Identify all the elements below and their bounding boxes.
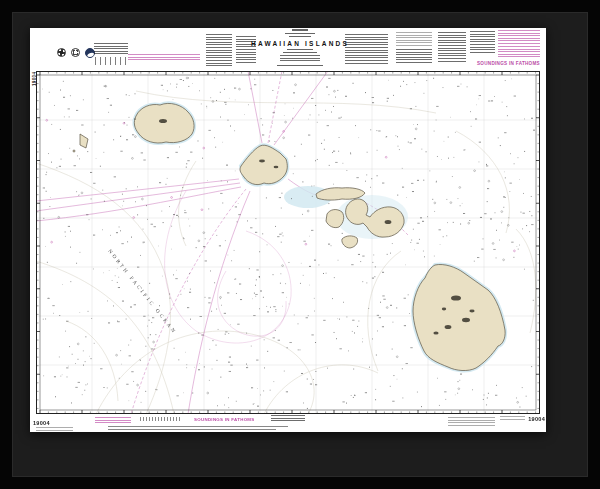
islands-layer xyxy=(73,103,505,370)
scale-bracket-note xyxy=(140,417,180,421)
credit-lines-left xyxy=(36,427,73,431)
title-footer-line xyxy=(277,65,323,66)
notes-block-mid-top xyxy=(396,32,432,46)
edition-notes-block xyxy=(94,43,128,54)
notes-column-a xyxy=(206,34,232,66)
picture-frame: HAWAIIAN ISLANDS SOUNDINGS IN FATHOMS 19… xyxy=(0,0,600,489)
chart-number-bottom-right: 19004 xyxy=(528,416,545,422)
island-kauai xyxy=(134,103,194,143)
scale-line xyxy=(283,52,317,53)
fine-print-line-1 xyxy=(108,426,288,427)
island-lanai xyxy=(326,210,344,228)
island-kahoolawe xyxy=(342,236,358,248)
title-block-topmark xyxy=(292,29,308,31)
notes-column-right-b xyxy=(470,31,495,54)
island-hawaii xyxy=(413,264,505,370)
projection-line xyxy=(287,49,313,50)
magenta-notes-top xyxy=(498,30,540,44)
magenta-notes-bottom xyxy=(498,46,540,59)
fine-print-line-2 xyxy=(108,429,276,430)
chart-bottom-margin: 19004 SOUNDINGS IN FATHOMS 19004 xyxy=(30,414,546,432)
title-block-line2 xyxy=(289,36,311,37)
compass-seal-icon xyxy=(57,48,66,57)
department-seal-icon xyxy=(71,48,80,57)
magenta-caution-strip xyxy=(128,54,200,62)
soundings-note-bottom: SOUNDINGS IN FATHOMS xyxy=(194,417,255,422)
magenta-note-bottom-left xyxy=(95,417,131,424)
chart-paper: HAWAIIAN ISLANDS SOUNDINGS IN FATHOMS 19… xyxy=(30,28,546,432)
island-kaula xyxy=(73,150,75,152)
abbreviation-tables-block xyxy=(345,34,388,64)
publisher-note xyxy=(500,416,525,421)
center-notes-block xyxy=(271,415,305,423)
chart-number-bottom-left: 19004 xyxy=(33,420,50,426)
chart-map: NORTH PACIFIC OCEAN xyxy=(36,71,540,414)
notes-column-right-a xyxy=(438,32,466,62)
title-block: HAWAIIAN ISLANDS xyxy=(260,29,340,66)
notes-block-mid-bottom xyxy=(396,49,432,63)
island-niihau xyxy=(80,134,88,148)
chart-top-margin: HAWAIIAN ISLANDS SOUNDINGS IN FATHOMS xyxy=(30,28,546,71)
title-notes-block xyxy=(280,55,320,63)
conversion-symbols-block xyxy=(95,57,127,65)
soundings-note-top: SOUNDINGS IN FATHOMS xyxy=(477,61,540,66)
title-block-line1 xyxy=(285,33,315,34)
notes-block-bottom-right xyxy=(448,417,495,427)
chart-title: HAWAIIAN ISLANDS xyxy=(251,40,349,47)
